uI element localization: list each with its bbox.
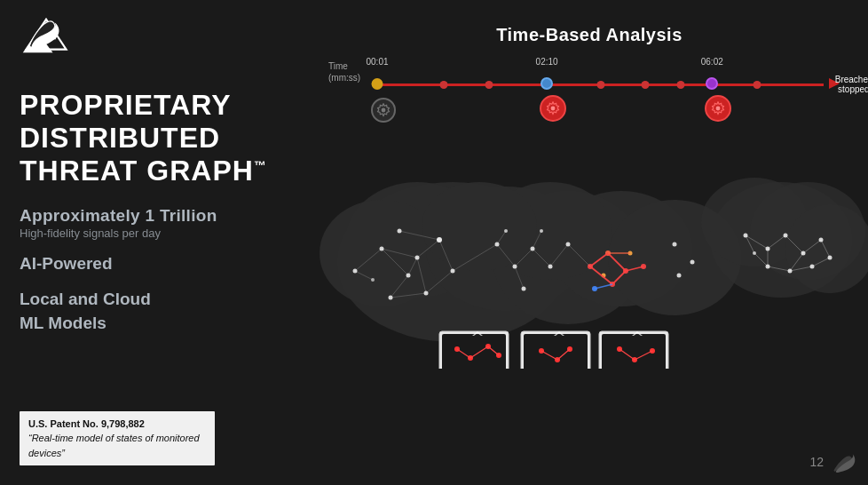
svg-point-13 (422, 182, 537, 271)
local-cloud-line2: ML Models (20, 314, 107, 332)
analysis-title: Time-Based Analysis (496, 25, 683, 45)
title-line2: DISTRIBUTED (20, 122, 220, 154)
local-cloud-line1: Local and Cloud (20, 290, 151, 308)
patent-desc: “Real-time model of states of monitored … (28, 431, 206, 460)
svg-rect-109 (524, 334, 588, 369)
patent-box: U.S. Patent No. 9,798,882 “Real-time mod… (20, 411, 215, 466)
logo-area (20, 16, 73, 60)
title-line1: PROPRIETARY (20, 89, 232, 121)
tl-dot-2 (485, 81, 493, 89)
tl-dot-6 (753, 81, 761, 89)
local-cloud-label: Local and Cloud ML Models (20, 288, 295, 335)
timeline-line-container: Breachesstopped 00:01 02:10 (377, 73, 824, 99)
svg-point-53 (677, 274, 682, 278)
tl-time-0001: 00:01 (366, 57, 388, 67)
svg-point-51 (673, 242, 677, 247)
right-panel: Time-Based Analysis Time(mm:ss) Breaches… (311, 0, 868, 485)
stat-trillion-block: Approximately 1 Trillion High-fidelity s… (20, 206, 295, 240)
tl-dot-3 (596, 81, 604, 89)
timeline-event-0602 (712, 77, 724, 90)
timeline-start (377, 78, 389, 90)
left-panel: PROPRIETARY DISTRIBUTED THREAT GRAPH™ Ap… (20, 89, 295, 336)
timeline-event-0210 (547, 77, 559, 90)
stat-trillion-title: Approximately 1 Trillion (20, 206, 295, 226)
svg-rect-98 (442, 334, 506, 369)
tl-dot-1 (440, 81, 448, 89)
svg-rect-118 (602, 334, 666, 369)
tl-dot-4 (641, 81, 649, 89)
stat-trillion-sub: High-fidelity signals per day (20, 227, 295, 240)
tl-time-0602: 06:02 (701, 57, 723, 67)
tl-time-0210: 02:10 (536, 57, 558, 67)
falcon-bottom-right-icon (831, 453, 856, 473)
tl-dot-5 (677, 81, 685, 89)
trademark-symbol: ™ (254, 158, 267, 172)
title-line3: THREAT GRAPH (20, 155, 254, 187)
main-title: PROPRIETARY DISTRIBUTED THREAT GRAPH™ (20, 89, 295, 187)
patent-title: U.S. Patent No. 9,798,882 (28, 417, 206, 432)
svg-point-52 (690, 260, 695, 265)
ai-powered-label: AI-Powered (20, 254, 295, 274)
timeline-unit-label: Time(mm:ss) (328, 60, 360, 83)
cloud-network-svg (275, 102, 868, 369)
breaches-label: Breachesstopped (835, 75, 868, 94)
crowdstrike-logo-icon (20, 16, 73, 56)
